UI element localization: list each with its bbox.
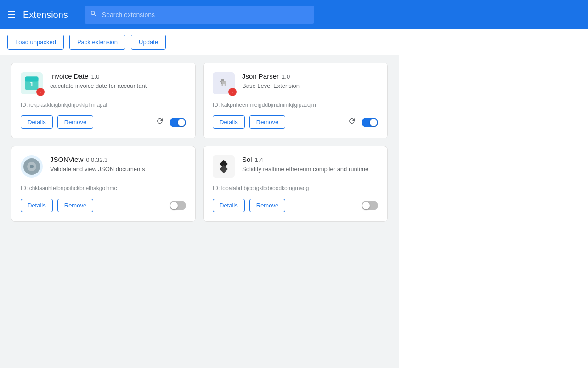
right-panel	[399, 29, 588, 368]
extension-card-jsonview: JSONView 0.0.32.3 Validate and view JSON…	[11, 146, 196, 222]
ext-info: Invoice Date 1.0 calculate invoice date …	[50, 72, 186, 90]
content-area: Load unpacked Pack extension Update 1	[0, 29, 399, 368]
ext-version: 1.4	[255, 156, 263, 163]
ext-desc: Solidity realtime ethereum compiler and …	[242, 165, 378, 173]
ext-info: JSONView 0.0.32.3 Validate and view JSON…	[50, 155, 186, 173]
ext-version: 1.0	[282, 73, 290, 80]
search-bar	[85, 6, 314, 24]
ext-actions-right	[156, 117, 186, 127]
ext-actions-right	[170, 201, 186, 210]
main-layout: Load unpacked Pack extension Update 1	[0, 29, 588, 368]
ext-id: ID: iekplaakfcigbnkjdnjokklpljmlagal	[21, 102, 186, 108]
card-header: Sol 1.4 Solidity realtime ethereum compi…	[213, 155, 378, 178]
ext-version: 1.0	[91, 73, 99, 80]
toolbar: Load unpacked Pack extension Update	[0, 29, 399, 55]
extension-card-json-parser: ! Json Parser 1.0 Base Level Extension I…	[203, 63, 388, 138]
svg-point-10	[30, 165, 34, 168]
ext-name-row: Json Parser 1.0	[242, 72, 378, 80]
ext-info: Json Parser 1.0 Base Level Extension	[242, 72, 378, 90]
header: ☰ Extensions	[0, 0, 588, 29]
extension-card-sol: Sol 1.4 Solidity realtime ethereum compi…	[203, 146, 388, 222]
ext-desc: Validate and view JSON documents	[50, 165, 186, 173]
details-button[interactable]: Details	[21, 115, 53, 129]
ext-id: ID: kakpnheemmeigddbjmdmmkjlgipaccjm	[213, 102, 378, 108]
ext-actions-right	[362, 201, 378, 210]
load-unpacked-button[interactable]: Load unpacked	[7, 34, 64, 50]
ext-name: Json Parser	[242, 72, 279, 80]
details-button[interactable]: Details	[213, 115, 245, 129]
jsonview-icon	[21, 155, 43, 178]
ext-actions-right	[348, 117, 378, 127]
ext-name-row: JSONView 0.0.32.3	[50, 155, 186, 163]
right-panel-textarea-bottom[interactable]	[399, 199, 588, 368]
svg-text:1: 1	[30, 80, 34, 88]
resize-handle[interactable]	[581, 191, 586, 197]
pack-extension-button[interactable]: Pack extension	[69, 34, 125, 50]
search-icon	[90, 10, 97, 19]
reload-icon[interactable]	[348, 117, 356, 127]
ext-id: ID: lobalabdfbjccfigklbdeoodkomgmaog	[213, 185, 378, 191]
details-button[interactable]: Details	[21, 199, 53, 212]
update-button[interactable]: Update	[131, 34, 166, 50]
remove-button[interactable]: Remove	[249, 199, 285, 212]
right-panel-bottom	[399, 199, 588, 368]
remove-button[interactable]: Remove	[57, 115, 93, 129]
ext-id: ID: chklaanhfefbnpoihckbnefhakgolnmc	[21, 185, 186, 191]
ext-desc: calculate invoice date for accountant	[50, 82, 186, 90]
card-header: 1 ! Invoice Date 1.0	[21, 72, 186, 94]
sol-icon	[213, 155, 235, 178]
ext-desc: Base Level Extension	[242, 82, 378, 90]
remove-button[interactable]: Remove	[249, 115, 285, 129]
ext-name-row: Sol 1.4	[242, 155, 378, 163]
ext-name-row: Invoice Date 1.0	[50, 72, 186, 80]
extensions-grid: 1 ! Invoice Date 1.0	[0, 55, 399, 368]
enable-toggle[interactable]	[170, 201, 186, 210]
ext-icon-wrapper	[213, 155, 235, 178]
ext-info: Sol 1.4 Solidity realtime ethereum compi…	[242, 155, 378, 173]
ext-badge: !	[36, 88, 45, 96]
card-header: ! Json Parser 1.0 Base Level Extension	[213, 72, 378, 94]
ext-name: JSONView	[50, 155, 83, 163]
enable-toggle[interactable]	[362, 118, 378, 127]
ext-badge: !	[228, 88, 237, 96]
search-input[interactable]	[102, 11, 309, 18]
extension-card-invoice-date: 1 ! Invoice Date 1.0	[11, 63, 196, 138]
right-panel-textarea-top[interactable]	[399, 29, 588, 199]
card-footer: Details Remove	[213, 199, 378, 212]
enable-toggle[interactable]	[362, 201, 378, 210]
ext-name: Sol	[242, 155, 252, 163]
ext-icon-wrapper: 1 !	[21, 72, 43, 94]
right-panel-top	[399, 29, 588, 199]
ext-icon-wrapper	[21, 155, 43, 178]
ext-icon-wrapper: !	[213, 72, 235, 94]
remove-button[interactable]: Remove	[57, 199, 93, 212]
ext-name: Invoice Date	[50, 72, 88, 80]
card-footer: Details Remove	[21, 199, 186, 212]
card-footer: Details Remove	[21, 115, 186, 129]
card-header: JSONView 0.0.32.3 Validate and view JSON…	[21, 155, 186, 178]
details-button[interactable]: Details	[213, 199, 245, 212]
menu-icon[interactable]: ☰	[7, 9, 16, 20]
card-footer: Details Remove	[213, 115, 378, 129]
reload-icon[interactable]	[156, 117, 164, 127]
enable-toggle[interactable]	[170, 118, 186, 127]
ext-version: 0.0.32.3	[86, 156, 107, 163]
svg-marker-12	[220, 165, 228, 173]
page-title: Extensions	[23, 10, 68, 20]
